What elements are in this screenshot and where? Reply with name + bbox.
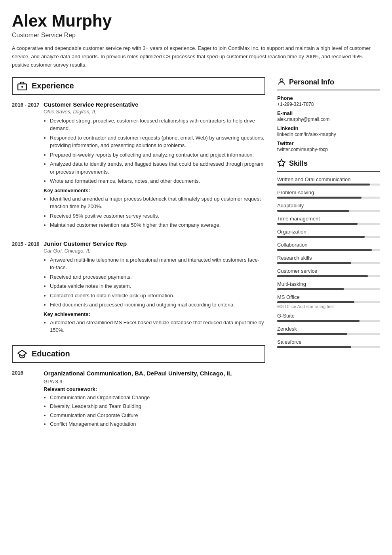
skill-bar-fill [277, 184, 370, 186]
skill-bar-bg [277, 184, 380, 186]
education-icon [17, 348, 28, 360]
skill-note: MS Office Add star rating first [277, 304, 380, 309]
experience-section-header: Experience [12, 77, 265, 95]
skill-bar-fill [277, 262, 351, 264]
candidate-name: Alex Murphy [12, 12, 380, 30]
header: Alex Murphy Customer Service Rep [12, 12, 380, 39]
summary-text: A cooperative and dependable customer se… [12, 44, 380, 69]
entry-dates: 2015 - 2016 [12, 240, 36, 337]
experience-title: Experience [32, 81, 74, 90]
experience-entry: 2015 - 2016Junior Customer Service RepCa… [12, 240, 265, 337]
skill-bar-bg [277, 223, 380, 225]
skill-item: G-Suite [277, 313, 380, 322]
skill-bar-bg [277, 275, 380, 277]
skill-bar-bg [277, 262, 380, 264]
candidate-title: Customer Service Rep [12, 32, 380, 39]
skill-name: Written and Oral communication [277, 176, 380, 182]
phone-label: Phone [277, 95, 380, 101]
email-label: E-mail [277, 110, 380, 116]
skill-item: Zendesk [277, 326, 380, 335]
skill-bar-fill [277, 223, 358, 225]
skill-name: Research skills [277, 255, 380, 261]
skill-bar-fill [277, 210, 349, 212]
skills-title: Skills [289, 159, 308, 168]
main-layout: Experience 2016 - 2017Customer Service R… [12, 77, 380, 543]
skill-name: Problem-solving [277, 189, 380, 195]
skill-name: Customer service [277, 268, 380, 274]
phone-value: +1-299-321-7878 [277, 101, 380, 107]
svg-point-3 [280, 78, 283, 81]
skill-bar-fill [277, 346, 351, 348]
experience-list: 2016 - 2017Customer Service Representati… [12, 101, 265, 337]
skill-name: Adaptability [277, 203, 380, 209]
skill-name: Organization [277, 229, 380, 235]
skill-bar-fill [277, 236, 365, 238]
skill-bar-bg [277, 320, 380, 322]
achievements-list: Automated and streamlined MS Excel-based… [44, 319, 265, 334]
personal-info-title: Personal Info [289, 78, 334, 86]
skill-item: Multi-tasking [277, 281, 380, 290]
edu-title: Organizational Communication, BA, DePaul… [44, 369, 265, 377]
skill-bar-fill [277, 197, 362, 199]
achievements-list: Identified and amended a major process b… [44, 195, 265, 229]
skill-bar-bg [277, 301, 380, 303]
coursework-item: Diversity, Leadership and Team Building [50, 402, 265, 410]
bullet-item: Contacted clients to obtain vehicle pick… [50, 292, 265, 300]
skill-item: Salesforce [277, 339, 380, 348]
entry-content: Customer Service RepresentativeOhio Save… [44, 101, 265, 232]
skill-item: Collaboration [277, 242, 380, 251]
skill-name: Zendesk [277, 326, 380, 332]
skill-name: G-Suite [277, 313, 380, 319]
skill-name: Collaboration [277, 242, 380, 248]
linkedin-label: LinkedIn [277, 125, 380, 131]
bullet-item: Prepared bi-weekly reports by collecting… [50, 151, 265, 159]
skill-bar-fill [277, 333, 347, 335]
entry-subtitle: Ohio Saves, Dayton, IL [44, 109, 265, 115]
coursework-label: Relevant coursework: [44, 386, 265, 392]
coursework-item: Conflict Management and Negotiation [50, 420, 265, 428]
education-title: Education [32, 349, 70, 358]
bullet-item: Update vehicle notes in the system. [50, 282, 265, 290]
resume-page: Alex Murphy Customer Service Rep A coope… [0, 0, 392, 555]
linkedin-value: linkedin.com/in/alex-murphy [277, 132, 380, 137]
skill-item: Research skills [277, 255, 380, 264]
personal-info-block: Phone +1-299-321-7878 E-mail alex.murphy… [277, 95, 380, 152]
skill-bar-bg [277, 249, 380, 251]
entry-title: Customer Service Representative [44, 101, 265, 108]
personal-info-icon [277, 77, 286, 87]
skill-bar-bg [277, 210, 380, 212]
skills-header: Skills [277, 159, 380, 172]
bullet-item: Filed documents and processed incoming a… [50, 301, 265, 309]
skill-name: MS Office [277, 294, 380, 300]
education-entry: 2016Organizational Communication, BA, De… [12, 369, 265, 429]
skill-bar-bg [277, 197, 380, 199]
experience-icon [17, 80, 28, 92]
skill-name: Time management [277, 216, 380, 222]
twitter-value: twitter.com/murphy-rbcp [277, 147, 380, 152]
skill-item: Written and Oral communication [277, 176, 380, 186]
entry-subtitle: Car Go!, Chicago, IL [44, 248, 265, 254]
skill-bar-fill [277, 301, 354, 303]
bullet-item: Wrote and formatted memos, letters, note… [50, 177, 265, 185]
bullet-item: Answered multi-line telephone in a profe… [50, 256, 265, 272]
skill-item: Organization [277, 229, 380, 238]
coursework-list: Communication and Organizational ChangeD… [44, 394, 265, 428]
skill-name: Multi-tasking [277, 281, 380, 287]
twitter-label: Twitter [277, 140, 380, 146]
skill-item: Adaptability [277, 203, 380, 212]
entry-dates: 2016 - 2017 [12, 101, 36, 232]
skill-bar-bg [277, 288, 380, 290]
entry-title: Junior Customer Service Rep [44, 240, 265, 247]
achievement-item: Automated and streamlined MS Excel-based… [50, 319, 265, 334]
coursework-item: Communication and Corporate Culture [50, 411, 265, 419]
personal-info-header: Personal Info [277, 77, 380, 90]
coursework-item: Communication and Organizational Change [50, 394, 265, 402]
edu-content: Organizational Communication, BA, DePaul… [44, 369, 265, 429]
entry-content: Junior Customer Service RepCar Go!, Chic… [44, 240, 265, 337]
left-column: Experience 2016 - 2017Customer Service R… [12, 77, 265, 543]
bullet-item: Developed strong, proactive, customer-fo… [50, 117, 265, 132]
svg-marker-4 [278, 159, 285, 166]
skill-bar-fill [277, 320, 360, 322]
education-list: 2016Organizational Communication, BA, De… [12, 369, 265, 429]
achievement-item: Received 95% positive customer survey re… [50, 212, 265, 220]
